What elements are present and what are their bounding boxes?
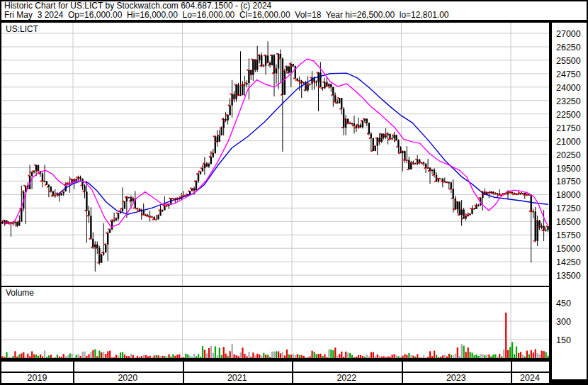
year-label: 2023 <box>446 373 466 383</box>
price-axis-tick: 22500 <box>556 111 581 120</box>
year-boundary-tick <box>511 373 512 383</box>
year-boundary-tick <box>511 362 512 372</box>
price-axis-tick: 15000 <box>556 245 581 254</box>
right-axis-column: 2700026250255002475024000232502250021750… <box>550 21 588 385</box>
price-axis-tick: 27000 <box>556 30 581 39</box>
year-boundary-tick <box>183 373 184 383</box>
price-axis-tick: 18000 <box>556 191 581 200</box>
year-label: 2020 <box>118 373 137 383</box>
price-axis-tick: 16500 <box>556 218 581 227</box>
price-axis-tick: 17250 <box>556 204 581 213</box>
price-axis-tick: 13500 <box>556 272 581 281</box>
price-axis-tick: 20250 <box>556 151 581 160</box>
price-axis-tick: 24750 <box>556 70 581 79</box>
year-label: 2024 <box>520 373 540 383</box>
year-label: 2021 <box>227 373 247 383</box>
year-boundary-tick <box>292 362 293 372</box>
price-axis-tick: 24000 <box>556 84 581 93</box>
price-axis-tick: 21750 <box>556 124 581 133</box>
volume-chart-canvas <box>1 287 549 358</box>
header-quote-line: Fri May 3 2024 Op=16,000.00 Hi=16,000.00… <box>1 11 587 20</box>
price-chart-canvas <box>1 23 549 286</box>
chart-header: Historic Chart for US:LICT by Stockwatch… <box>0 0 588 21</box>
price-axis-tick: 25500 <box>556 57 581 66</box>
year-boundary-tick <box>292 373 293 383</box>
volume-panel: Volume <box>0 287 550 362</box>
price-axis-tick: 14250 <box>556 258 581 267</box>
x-axis-tick-strip <box>0 362 550 373</box>
price-axis-tick: 21000 <box>556 138 581 147</box>
year-label: 2022 <box>337 373 356 383</box>
year-boundary-tick <box>73 373 74 383</box>
price-axis-tick: 19500 <box>556 164 581 174</box>
price-axis-tick: 15750 <box>556 231 581 240</box>
volume-axis-tick: 450 <box>556 299 571 308</box>
price-panel: US:LICT <box>0 21 550 287</box>
volume-label: Volume <box>6 288 34 298</box>
historic-chart-window: Historic Chart for US:LICT by Stockwatch… <box>0 0 588 385</box>
year-boundary-tick <box>402 362 403 372</box>
x-axis-year-labels: 201920202021202220232024 <box>0 373 550 383</box>
price-axis-tick: 23250 <box>556 97 581 106</box>
year-label: 2019 <box>28 373 47 383</box>
volume-axis-tick: 150 <box>556 336 571 345</box>
symbol-label: US:LICT <box>6 24 38 34</box>
year-boundary-tick <box>183 362 184 372</box>
price-axis-tick: 26250 <box>556 43 581 52</box>
year-boundary-tick <box>402 373 403 383</box>
year-boundary-tick <box>73 362 74 372</box>
volume-axis-tick: 300 <box>556 318 571 327</box>
price-axis-tick: 18750 <box>556 177 581 186</box>
